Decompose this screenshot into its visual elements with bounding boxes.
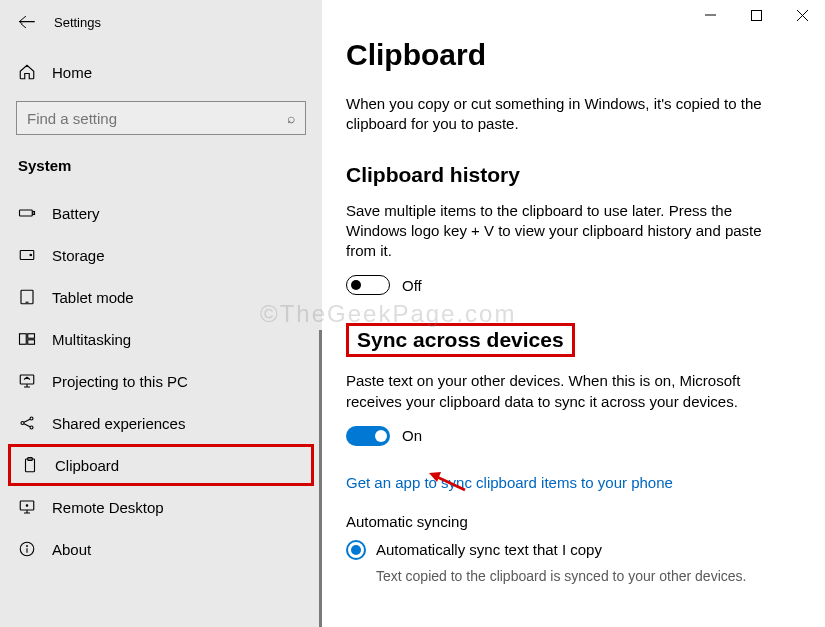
sync-desc: Paste text on your other devices. When t… (346, 371, 789, 412)
auto-sync-radio[interactable] (346, 540, 366, 560)
svg-rect-6 (20, 334, 27, 345)
maximize-button[interactable] (733, 0, 779, 30)
nav-label: Battery (52, 205, 100, 222)
nav-label: About (52, 541, 91, 558)
svg-rect-9 (20, 375, 34, 384)
search-input[interactable] (27, 110, 287, 127)
window-title: Settings (54, 15, 101, 30)
svg-point-12 (30, 426, 33, 429)
history-desc: Save multiple items to the clipboard to … (346, 201, 789, 262)
svg-point-10 (21, 422, 24, 425)
svg-point-3 (30, 254, 32, 256)
sidebar-item-battery[interactable]: Battery (0, 192, 322, 234)
sync-toggle-label: On (402, 427, 422, 444)
window-controls (687, 0, 825, 30)
auto-sync-heading: Automatic syncing (346, 513, 789, 530)
nav-label: Clipboard (55, 457, 119, 474)
history-heading: Clipboard history (346, 163, 789, 187)
sidebar-item-tablet[interactable]: Tablet mode (0, 276, 322, 318)
maximize-icon (751, 10, 762, 21)
tablet-icon (18, 288, 36, 306)
svg-rect-8 (28, 340, 35, 345)
minimize-icon (705, 10, 716, 21)
nav-label: Shared experiences (52, 415, 185, 432)
sync-heading-highlight: Sync across devices (346, 323, 575, 357)
sidebar-item-shared[interactable]: Shared experiences (0, 402, 322, 444)
shared-icon (18, 414, 36, 432)
nav-label: Remote Desktop (52, 499, 164, 516)
remote-icon (18, 498, 36, 516)
main-content: Clipboard When you copy or cut something… (322, 0, 825, 627)
svg-point-16 (26, 505, 28, 507)
page-title: Clipboard (346, 38, 789, 72)
svg-rect-0 (20, 210, 33, 216)
svg-rect-7 (28, 334, 35, 339)
sidebar-item-multitasking[interactable]: Multitasking (0, 318, 322, 360)
projecting-icon (18, 372, 36, 390)
about-icon (18, 540, 36, 558)
nav-label: Storage (52, 247, 105, 264)
home-label: Home (52, 64, 92, 81)
sidebar-item-home[interactable]: Home (0, 53, 322, 91)
category-heading: System (0, 153, 322, 192)
page-intro: When you copy or cut something in Window… (346, 94, 789, 135)
history-toggle[interactable] (346, 275, 390, 295)
search-input-container[interactable]: ⌕ (16, 101, 306, 135)
battery-icon (18, 204, 36, 222)
search-icon: ⌕ (287, 110, 295, 126)
close-icon (797, 10, 808, 21)
nav-label: Projecting to this PC (52, 373, 188, 390)
svg-point-11 (30, 417, 33, 420)
sync-toggle[interactable] (346, 426, 390, 446)
sidebar-item-about[interactable]: About (0, 528, 322, 570)
back-arrow-icon[interactable]: 🡠 (18, 12, 36, 33)
sidebar-item-clipboard[interactable]: Clipboard (8, 444, 314, 486)
sidebar-item-storage[interactable]: Storage (0, 234, 322, 276)
clipboard-icon (21, 456, 39, 474)
home-icon (18, 63, 36, 81)
auto-sync-radio-label: Automatically sync text that I copy (376, 541, 602, 558)
nav-label: Multitasking (52, 331, 131, 348)
svg-rect-21 (751, 10, 761, 20)
history-toggle-label: Off (402, 277, 422, 294)
storage-icon (18, 246, 36, 264)
multitasking-icon (18, 330, 36, 348)
minimize-button[interactable] (687, 0, 733, 30)
sidebar-item-remote[interactable]: Remote Desktop (0, 486, 322, 528)
auto-sync-radio-sub: Text copied to the clipboard is synced t… (376, 568, 789, 584)
svg-rect-1 (33, 212, 35, 215)
svg-point-19 (27, 546, 28, 547)
sync-heading: Sync across devices (357, 328, 564, 352)
close-button[interactable] (779, 0, 825, 30)
sidebar: 🡠 Settings Home ⌕ System Battery Storage… (0, 0, 322, 627)
sidebar-item-projecting[interactable]: Projecting to this PC (0, 360, 322, 402)
nav-label: Tablet mode (52, 289, 134, 306)
sync-app-link[interactable]: Get an app to sync clipboard items to yo… (346, 474, 673, 491)
